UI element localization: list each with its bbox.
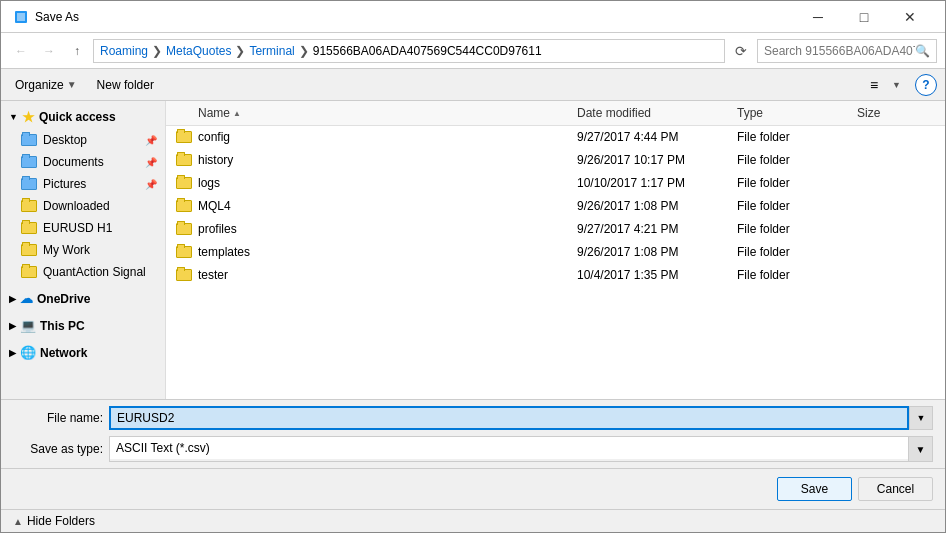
file-row[interactable]: templates 9/26/2017 1:08 PM File folder [166,241,945,264]
file-row-name: profiles [198,222,577,236]
file-row-date: 9/26/2017 1:08 PM [577,245,737,259]
save-as-type-wrapper: ASCII Text (*.csv) ▼ [109,436,933,462]
file-row-name: logs [198,176,577,190]
file-row[interactable]: config 9/27/2017 4:44 PM File folder [166,126,945,149]
sidebar-item-eurusd[interactable]: EURUSD H1 [1,217,165,239]
new-folder-button[interactable]: New folder [91,76,160,94]
file-row-folder-icon [174,221,194,237]
quantaction-folder-icon [21,264,37,280]
search-box: 🔍 [757,39,937,63]
file-row[interactable]: logs 10/10/2017 1:17 PM File folder [166,172,945,195]
file-row[interactable]: MQL4 9/26/2017 1:08 PM File folder [166,195,945,218]
file-row-name: tester [198,268,577,282]
save-as-type-value: ASCII Text (*.csv) [110,437,908,459]
help-button[interactable]: ? [915,74,937,96]
file-row-type: File folder [737,176,857,190]
sidebar-item-eurusd-label: EURUSD H1 [43,221,157,235]
col-type[interactable]: Type [737,106,857,120]
view-dropdown-icon: ▼ [892,80,901,90]
sort-arrow-name: ▲ [233,109,241,118]
col-size[interactable]: Size [857,106,937,120]
sidebar-item-downloaded[interactable]: Downloaded [1,195,165,217]
pin-icon-pics: 📌 [145,179,157,190]
file-row-name: templates [198,245,577,259]
desktop-folder-icon [21,132,37,148]
file-row-type: File folder [737,245,857,259]
file-row-type: File folder [737,130,857,144]
file-name-input[interactable] [109,406,909,430]
save-as-type-label: Save as type: [13,442,103,456]
view-button[interactable]: ≡ [860,74,888,96]
sidebar-item-pictures[interactable]: Pictures 📌 [1,173,165,195]
sidebar-section-quick-access: ▼ ★ Quick access Desktop 📌 Documents 📌 P… [1,105,165,283]
filetype-dropdown-arrow[interactable]: ▼ [908,437,932,461]
chevron-up-icon: ▲ [13,516,23,527]
sidebar-section-quick-access-label: Quick access [39,110,116,124]
sidebar-item-mywork-label: My Work [43,243,157,257]
sidebar-item-documents-label: Documents [43,155,139,169]
refresh-button[interactable]: ⟳ [729,39,753,63]
file-row-type: File folder [737,199,857,213]
close-button[interactable]: ✕ [887,1,933,33]
dialog-icon [13,9,29,25]
file-name-label: File name: [13,411,103,425]
save-as-type-row: Save as type: ASCII Text (*.csv) ▼ [13,436,933,462]
breadcrumb: Roaming ❯ MetaQuotes ❯ Terminal ❯ 915566… [93,39,725,63]
organize-button[interactable]: Organize ▼ [9,76,83,94]
new-folder-label: New folder [97,78,154,92]
sidebar-item-documents[interactable]: Documents 📌 [1,151,165,173]
sidebar-section-quick-access-header[interactable]: ▼ ★ Quick access [1,105,165,129]
file-row[interactable]: history 9/26/2017 10:17 PM File folder [166,149,945,172]
file-row-folder-icon [174,152,194,168]
chevron-right-icon-network: ▶ [9,348,16,358]
title-bar: Save As ─ □ ✕ [1,1,945,33]
hide-folders-bar[interactable]: ▲ Hide Folders [1,509,945,532]
sidebar-section-onedrive: ▶ ☁ OneDrive [1,287,165,310]
breadcrumb-item-terminal[interactable]: Terminal [249,44,294,58]
sidebar-section-this-pc-header[interactable]: ▶ 💻 This PC [1,314,165,337]
sidebar-item-quantaction[interactable]: QuantAction Signal [1,261,165,283]
file-row[interactable]: tester 10/4/2017 1:35 PM File folder [166,264,945,287]
file-list-header: Name ▲ Date modified Type Size [166,101,945,126]
forward-button[interactable]: → [37,39,61,63]
filename-dropdown-arrow[interactable]: ▼ [909,406,933,430]
file-rows-container: config 9/27/2017 4:44 PM File folder his… [166,126,945,287]
file-row-date: 9/27/2017 4:44 PM [577,130,737,144]
sidebar-item-mywork[interactable]: My Work [1,239,165,261]
file-row-date: 10/10/2017 1:17 PM [577,176,737,190]
sidebar-item-pictures-label: Pictures [43,177,139,191]
sidebar-section-network-header[interactable]: ▶ 🌐 Network [1,341,165,364]
chevron-down-icon: ▼ [9,112,18,122]
pin-icon-docs: 📌 [145,157,157,168]
maximize-button[interactable]: □ [841,1,887,33]
sidebar-section-onedrive-label: OneDrive [37,292,90,306]
up-button[interactable]: ↑ [65,39,89,63]
file-row-name: MQL4 [198,199,577,213]
downloaded-folder-icon [21,198,37,214]
search-input[interactable] [764,44,915,58]
chevron-right-icon-onedrive: ▶ [9,294,16,304]
breadcrumb-item-metaquotes[interactable]: MetaQuotes [166,44,231,58]
file-row[interactable]: profiles 9/27/2017 4:21 PM File folder [166,218,945,241]
save-button[interactable]: Save [777,477,852,501]
breadcrumb-item-roaming[interactable]: Roaming [100,44,148,58]
col-name[interactable]: Name ▲ [198,106,577,120]
chevron-right-icon-pc: ▶ [9,321,16,331]
file-row-folder-icon [174,129,194,145]
file-row-date: 9/26/2017 1:08 PM [577,199,737,213]
cancel-button[interactable]: Cancel [858,477,933,501]
sidebar-section-onedrive-header[interactable]: ▶ ☁ OneDrive [1,287,165,310]
pc-icon: 💻 [20,318,36,333]
minimize-button[interactable]: ─ [795,1,841,33]
back-button[interactable]: ← [9,39,33,63]
documents-folder-icon [21,154,37,170]
file-row-folder-icon [174,175,194,191]
col-date[interactable]: Date modified [577,106,737,120]
toolbar: Organize ▼ New folder ≡ ▼ ? [1,69,945,101]
nav-bar: ← → ↑ Roaming ❯ MetaQuotes ❯ Terminal ❯ … [1,33,945,69]
sidebar-item-desktop[interactable]: Desktop 📌 [1,129,165,151]
eurusd-folder-icon [21,220,37,236]
sidebar-section-network-label: Network [40,346,87,360]
file-row-date: 10/4/2017 1:35 PM [577,268,737,282]
hide-folders-label: Hide Folders [27,514,95,528]
